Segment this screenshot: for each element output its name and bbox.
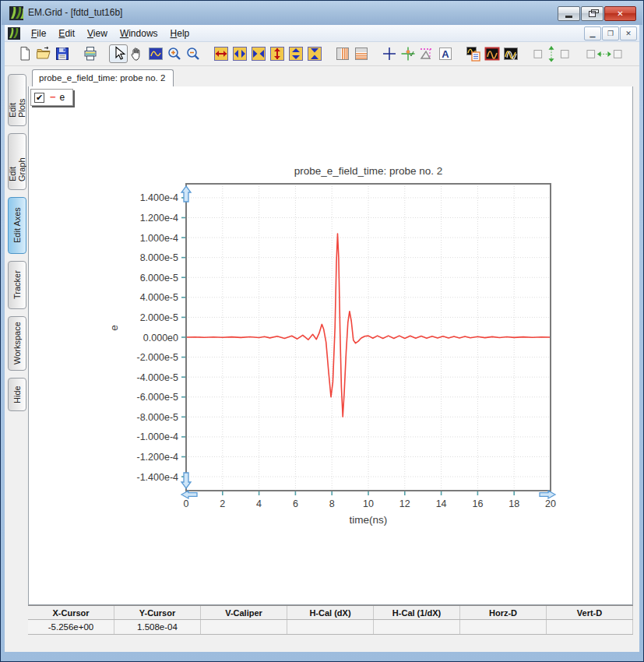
window-minimize-button[interactable] (558, 6, 580, 21)
y-tick-label: 1.000e-4 (140, 233, 178, 244)
y-tick-label: 1.400e-4 (140, 192, 178, 203)
menu-windows[interactable]: Windows (114, 26, 164, 40)
document-icon (8, 27, 20, 40)
horizontal-bars-icon[interactable] (352, 44, 371, 63)
status-value-4 (287, 620, 374, 634)
y-tick-label: -6.000e-5 (136, 392, 178, 403)
axis-drag-handle[interactable] (540, 491, 555, 498)
cursor-readout-table: X-CursorY-CursorV-CaliperH-Cal (dX)H-Cal… (28, 605, 633, 635)
widen-y-icon[interactable] (287, 44, 305, 63)
status-header-h-cal-dx-: H-Cal (dX) (287, 606, 374, 619)
child-restore-button[interactable]: ❐ (602, 26, 619, 40)
menu-view[interactable]: View (81, 26, 114, 40)
narrow-x-icon[interactable] (249, 44, 268, 63)
title-bar[interactable]: EM.Grid - [fdtd_tut16b] ✕ (2, 2, 642, 25)
y-tick-label: 8.000e-5 (140, 252, 178, 263)
widen-x-icon[interactable] (231, 44, 249, 63)
menu-bar: FileEditViewWindowsHelp ▁ ❐ ✕ (5, 25, 639, 42)
status-header-horz-d: Horz-D (460, 606, 547, 619)
x-tick-label: 8 (329, 498, 335, 509)
toolbar-group-gap (371, 54, 380, 55)
sidebar-tab-hide[interactable]: Hide (8, 378, 26, 411)
x-tick-label: 4 (256, 498, 262, 509)
dual-trace-icon[interactable] (501, 44, 520, 63)
y-tick-label: 1.200e-4 (140, 213, 178, 224)
sidebar-tab-edit-plots[interactable]: Edit Plots (8, 74, 26, 126)
axis-drag-handle[interactable] (181, 473, 191, 488)
print-icon[interactable] (81, 44, 100, 63)
x-tick-label: 2 (220, 498, 225, 509)
sidebar-tab-edit-graph[interactable]: Edit Graph (8, 133, 26, 190)
sidebar-tab-workspace[interactable]: Workspace (8, 316, 26, 371)
window-close-button[interactable]: ✕ (604, 6, 636, 21)
window-title: EM.Grid - [fdtd_tut16b] (28, 7, 122, 18)
sidebar-tab-edit-axes[interactable]: Edit Axes (8, 197, 26, 254)
status-header-x-cursor: X-Cursor (28, 606, 114, 619)
toolbar-group-gap (72, 54, 81, 55)
expand-y-red-icon[interactable] (268, 44, 287, 63)
y-tick-label: -2.000e-5 (136, 352, 178, 363)
toolbar-group-gap (202, 54, 212, 55)
y-tick-label: -1.400e-4 (136, 472, 178, 483)
status-value-7 (547, 620, 633, 634)
chart-title: probe_e_field_time: probe no. 2 (294, 165, 443, 177)
expand-x-red-icon[interactable] (212, 44, 231, 63)
y-tick-label: -1.000e-4 (136, 431, 178, 442)
crosshair-plus-icon[interactable] (380, 44, 399, 63)
menu-edit[interactable]: Edit (52, 26, 81, 40)
y-axis-label: e (108, 325, 120, 331)
x-tick-label: 18 (509, 498, 519, 509)
toolbar-group-gap (573, 54, 582, 55)
status-value-1: -5.256e+00 (28, 620, 114, 634)
pan-hand-icon[interactable] (128, 44, 146, 63)
status-value-6 (460, 620, 547, 634)
axis-drag-handle[interactable] (181, 186, 191, 202)
y-tick-label: 2.000e-5 (140, 312, 178, 323)
legend-line-sample: − (50, 91, 56, 103)
tracker-crosshair-icon[interactable] (399, 44, 417, 63)
toolbar-group-gap (324, 54, 333, 55)
narrow-y-icon[interactable] (305, 44, 324, 63)
child-minimize-button[interactable]: ▁ (584, 26, 601, 40)
legend-checkbox[interactable]: ✔ (34, 93, 44, 103)
open-file-icon[interactable] (34, 44, 53, 63)
document-tab[interactable]: probe_e_field_time: probe no. 2 (32, 69, 174, 87)
x-tick-label: 0 (184, 498, 189, 509)
status-value-3 (201, 620, 287, 634)
select-cursor-icon[interactable] (109, 44, 128, 63)
axis-drag-handle[interactable] (181, 491, 197, 498)
menu-help[interactable]: Help (164, 26, 196, 40)
x-tick-label: 20 (545, 498, 556, 509)
zoom-out-icon[interactable] (184, 44, 202, 63)
x-axis-label: time(ns) (350, 514, 388, 526)
app-logo-icon (9, 6, 23, 20)
app-window: EM.Grid - [fdtd_tut16b] ✕ FileEditViewWi… (0, 0, 644, 662)
status-value-2: 1.508e-04 (114, 620, 201, 634)
new-file-icon[interactable] (16, 44, 34, 63)
svg-text:A: A (442, 48, 449, 60)
y-tick-label: 6.000e-5 (140, 273, 178, 283)
workspace: Edit PlotsEdit GraphEdit AxesTrackerWork… (5, 66, 639, 652)
y-tick-label: 0.000e0 (143, 333, 178, 343)
fit-horizontal-toggle-icon[interactable] (582, 44, 626, 63)
single-trace-icon[interactable] (483, 44, 501, 63)
window-restore-button[interactable] (581, 6, 604, 21)
save-icon[interactable] (53, 44, 72, 63)
graph-with-legend-icon[interactable] (464, 44, 483, 63)
y-tick-label: -1.200e-4 (136, 452, 178, 463)
fit-vertical-toggle-icon[interactable] (530, 44, 573, 63)
sidebar-tab-tracker[interactable]: Tracker (8, 261, 26, 309)
sidebar-tabs: Edit PlotsEdit GraphEdit AxesTrackerWork… (5, 66, 30, 652)
y-tick-label: -8.000e-5 (136, 412, 178, 423)
toolbar-group-gap (455, 54, 464, 55)
child-close-button[interactable]: ✕ (620, 26, 637, 40)
zoom-in-icon[interactable] (165, 44, 184, 63)
vertical-bars-icon[interactable] (333, 44, 352, 63)
status-header-vert-d: Vert-D (547, 606, 633, 619)
text-annotation-icon[interactable]: A (436, 44, 455, 63)
caliper-triangle-icon[interactable] (417, 44, 436, 63)
chart[interactable]: probe_e_field_time: probe no. 21.400e-41… (107, 160, 605, 550)
zoom-region-icon[interactable] (146, 44, 165, 63)
menu-file[interactable]: File (25, 26, 52, 40)
plot-canvas: ✔ − e probe_e_field_time: probe no. 21.4… (28, 86, 633, 605)
